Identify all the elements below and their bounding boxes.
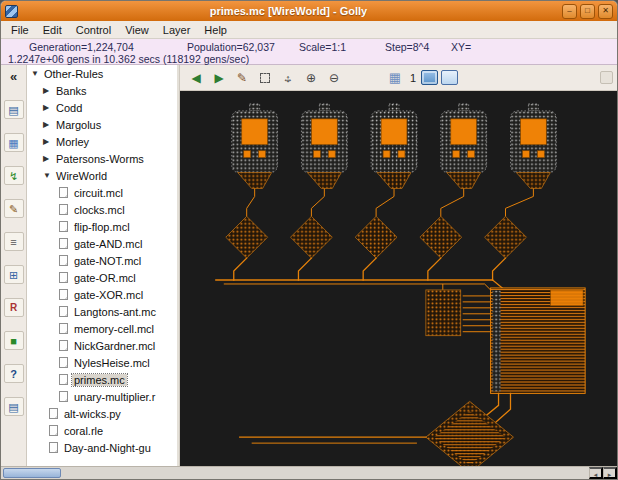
step-indicator: Step=8^4: [385, 41, 451, 53]
scale-indicator: Scale=1:1: [299, 41, 385, 53]
tree-label: Langtons-ant.mc: [72, 306, 158, 318]
maximize-button[interactable]: □: [580, 4, 595, 19]
tree-file-memory-cell[interactable]: memory-cell.mcl: [27, 320, 177, 337]
tree-folder-wireworld[interactable]: ▼WireWorld: [27, 167, 177, 184]
file-button[interactable]: ▤: [4, 397, 24, 416]
scroll-left-button[interactable]: ◂: [589, 467, 603, 479]
tree-file-nylesheise[interactable]: NylesHeise.mcl: [27, 354, 177, 371]
tree-file-gate-or[interactable]: gate-OR.mcl: [27, 269, 177, 286]
zoom-in-button[interactable]: ⊕: [300, 68, 322, 88]
horizontal-scrollbar[interactable]: ◂ ▸: [1, 466, 617, 479]
expander-icon[interactable]: ▼: [43, 171, 54, 180]
layer-0-button[interactable]: [421, 70, 438, 85]
menu-edit[interactable]: Edit: [36, 23, 69, 37]
status-bar: Generation=1,224,704 Population=62,037 S…: [1, 39, 617, 65]
menu-help[interactable]: Help: [197, 23, 234, 37]
file-icon: ▤: [8, 401, 18, 413]
title-bar[interactable]: primes.mc [WireWorld] - Golly – □ ✕: [1, 1, 617, 21]
tree-file-nickgardner[interactable]: NickGardner.mcl: [27, 337, 177, 354]
expander-icon[interactable]: ▼: [31, 69, 42, 78]
file-icon: [49, 408, 58, 419]
notes-icon: ≡: [10, 236, 16, 248]
golly-window: primes.mc [WireWorld] - Golly – □ ✕ File…: [0, 0, 618, 480]
scrollbar-thumb[interactable]: [3, 468, 61, 478]
palette-button[interactable]: ■: [4, 331, 24, 350]
tree-file-circuit[interactable]: circuit.mcl: [27, 184, 177, 201]
tree-folder-codd[interactable]: ▶Codd: [27, 99, 177, 116]
tree-file-gate-xor[interactable]: gate-XOR.mcl: [27, 286, 177, 303]
open-icon: ▤: [8, 104, 18, 116]
tree-file-coral[interactable]: coral.rle: [27, 422, 177, 439]
zoom-out-button[interactable]: ⊖: [323, 68, 345, 88]
tree-file-unary-multiplier[interactable]: unary-multiplier.r: [27, 388, 177, 405]
tree-label: unary-multiplier.r: [72, 391, 157, 403]
generation-count: Generation=1,224,704: [29, 41, 187, 53]
tree-folder-patersons-worms[interactable]: ▶Patersons-Worms: [27, 150, 177, 167]
expander-icon[interactable]: ▶: [43, 137, 54, 146]
tree-folder-banks[interactable]: ▶Banks: [27, 82, 177, 99]
open-pattern-button[interactable]: ▤: [4, 100, 24, 119]
close-button[interactable]: ✕: [598, 4, 613, 19]
menu-control[interactable]: Control: [69, 23, 118, 37]
tree-label: Codd: [54, 102, 84, 114]
layer-1-button[interactable]: [441, 70, 458, 85]
file-icon: [59, 204, 68, 215]
toolbar-extra-button[interactable]: [600, 71, 613, 84]
draw-mode-button[interactable]: ✎: [4, 199, 24, 218]
back-button[interactable]: ◀: [185, 68, 207, 88]
tree-file-alt-wicks[interactable]: alt-wicks.py: [27, 405, 177, 422]
notes-button[interactable]: ≡: [4, 232, 24, 251]
file-icon: [59, 272, 68, 283]
expander-icon[interactable]: ▶: [43, 120, 54, 129]
tree-file-langtons-ant[interactable]: Langtons-ant.mc: [27, 303, 177, 320]
help-icon: ?: [10, 368, 17, 380]
menu-layer[interactable]: Layer: [156, 23, 198, 37]
tree-file-flip-flop[interactable]: flip-flop.mcl: [27, 218, 177, 235]
file-icon: [59, 238, 68, 249]
tree-label: NickGardner.mcl: [72, 340, 157, 352]
tree-folder-margolus[interactable]: ▶Margolus: [27, 116, 177, 133]
pencil-icon: ✎: [9, 203, 18, 215]
tree-file-gate-and[interactable]: gate-AND.mcl: [27, 235, 177, 252]
file-icon: [49, 425, 58, 436]
tree-file-primes[interactable]: primes.mc: [27, 371, 177, 388]
tree-label-selected: primes.mc: [72, 374, 127, 386]
layer-stack-button[interactable]: ▦: [384, 68, 406, 88]
rule-icon: R: [10, 302, 17, 313]
expander-icon[interactable]: ▶: [43, 86, 54, 95]
layers-button[interactable]: ⊞: [4, 265, 24, 284]
menu-view[interactable]: View: [118, 23, 156, 37]
file-icon: [59, 340, 68, 351]
tree-label: clocks.mcl: [72, 204, 127, 216]
rule-button[interactable]: R: [4, 298, 24, 317]
expander-icon[interactable]: ▶: [43, 154, 54, 163]
file-icon: [59, 255, 68, 266]
expander-icon[interactable]: ▶: [43, 103, 54, 112]
forward-button[interactable]: ▶: [208, 68, 230, 88]
menu-file[interactable]: File: [4, 23, 36, 37]
side-toolbar: « ▤ ▦ ↯ ✎ ≡ ⊞ R ■ ? ▤: [1, 65, 27, 466]
pattern-viewport[interactable]: [180, 91, 617, 466]
pattern-grid-button[interactable]: ▦: [4, 133, 24, 152]
tree-file-gate-not[interactable]: gate-NOT.mcl: [27, 252, 177, 269]
tree-file-clocks[interactable]: clocks.mcl: [27, 201, 177, 218]
xy-indicator: XY=: [451, 41, 471, 53]
move-tool-button[interactable]: ↔↕: [277, 68, 299, 88]
run-script-button[interactable]: ↯: [4, 166, 24, 185]
select-tool-button[interactable]: [254, 68, 276, 88]
tree-label: Other-Rules: [42, 68, 105, 80]
minimize-button[interactable]: –: [562, 4, 577, 19]
forward-icon: ▶: [214, 71, 223, 85]
tree-label: WireWorld: [54, 170, 109, 182]
help-button[interactable]: ?: [4, 364, 24, 383]
file-icon: [49, 442, 58, 453]
tree-folder-other-rules[interactable]: ▼Other-Rules: [27, 65, 177, 82]
draw-tool-button[interactable]: ✎: [231, 68, 253, 88]
tree-label: Margolus: [54, 119, 103, 131]
panel-collapse-button[interactable]: «: [4, 67, 24, 86]
tree-folder-morley[interactable]: ▶Morley: [27, 133, 177, 150]
file-icon: [59, 289, 68, 300]
scroll-right-button[interactable]: ▸: [603, 467, 617, 479]
population-count: Population=62,037: [187, 41, 299, 53]
tree-file-day-and-night[interactable]: Day-and-Night-gu: [27, 439, 177, 456]
